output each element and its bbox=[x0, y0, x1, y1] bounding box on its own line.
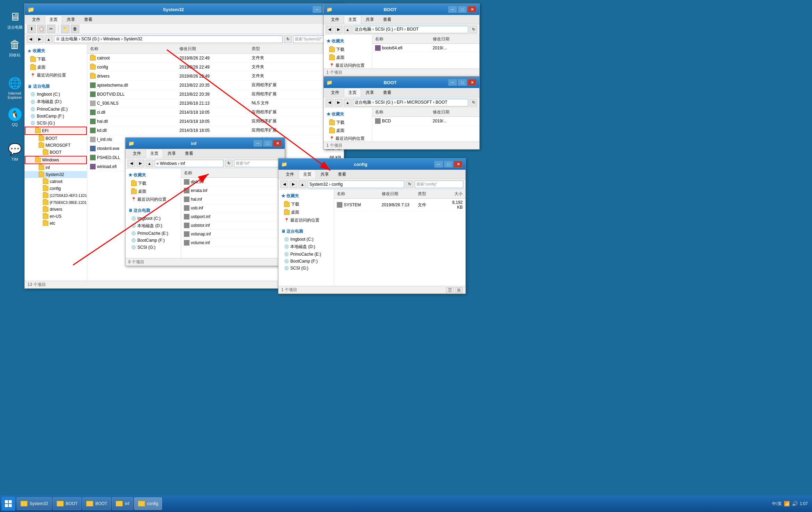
refresh-btn[interactable]: ↻ bbox=[470, 26, 477, 33]
sidebar-bootcamp[interactable]: 💿 BootCamp (F:) bbox=[278, 258, 334, 265]
ribbon-btn-4[interactable]: 📁 bbox=[61, 25, 70, 33]
tab-home[interactable]: 主页 bbox=[45, 15, 62, 24]
sidebar-bootcamp[interactable]: 💿 BootCamp (F:) bbox=[125, 237, 181, 244]
col-type-header[interactable]: 类型 bbox=[250, 45, 305, 53]
col-size[interactable]: 大小 bbox=[445, 190, 464, 198]
sidebar-desktop[interactable]: 桌面 bbox=[324, 127, 372, 135]
taskbar-item-system32[interactable]: System32 bbox=[17, 497, 52, 510]
tab-share[interactable]: 共享 bbox=[361, 15, 379, 24]
taskbar-item-config[interactable]: config bbox=[134, 497, 162, 510]
file-row[interactable]: disk.inf bbox=[181, 178, 285, 186]
back-btn[interactable]: ◀ bbox=[128, 160, 135, 167]
desktop-icon-tim[interactable]: 💬 TIM bbox=[3, 143, 26, 161]
config-window[interactable]: 📁 config ─ □ ✕ 文件 主页 共享 查看 ◀ ▶ ▲ System3… bbox=[278, 158, 466, 294]
sidebar-windows[interactable]: Windows bbox=[25, 156, 87, 164]
maximize-btn[interactable]: □ bbox=[458, 79, 467, 86]
config-controls[interactable]: ─ □ ✕ bbox=[434, 161, 463, 168]
col-name[interactable]: 名称 bbox=[374, 35, 431, 43]
file-row[interactable]: SYSTEM 2019/8/26 7:13 文件 8,192 KB bbox=[334, 199, 465, 211]
address-input[interactable]: 这台电脑 › SCSI (G:) › EFI › MICROSOFT › BOO… bbox=[353, 99, 468, 106]
file-row[interactable]: hal.inf bbox=[181, 195, 285, 204]
col-date[interactable]: 修改日期 bbox=[380, 190, 417, 198]
sidebar-download[interactable]: 下载 bbox=[278, 200, 334, 208]
close-btn[interactable]: ✕ bbox=[273, 140, 282, 147]
sidebar-download[interactable]: 下载 bbox=[324, 119, 372, 127]
file-row[interactable]: usbstor.inf bbox=[181, 221, 285, 230]
search-box[interactable]: 搜索"config" bbox=[415, 181, 463, 188]
minimize-btn[interactable]: ─ bbox=[448, 79, 457, 86]
file-row[interactable]: apisetschema.dll 2013/8/22 20:35 应用程序扩展 … bbox=[87, 81, 344, 90]
boot-top-controls[interactable]: ─ □ ✕ bbox=[448, 6, 477, 13]
file-row[interactable]: volsnap.inf bbox=[181, 230, 285, 239]
sidebar-scsi[interactable]: 💿 SCSI (G:) bbox=[125, 244, 181, 251]
tab-share[interactable]: 共享 bbox=[62, 15, 80, 24]
tab-file[interactable]: 文件 bbox=[281, 170, 299, 179]
sidebar-system32[interactable]: System32 bbox=[25, 171, 87, 178]
file-row[interactable]: BCD 2019/... bbox=[372, 117, 479, 126]
minimize-btn[interactable]: ─ bbox=[312, 6, 322, 13]
file-row[interactable]: bootx64.efi 2019/... bbox=[372, 44, 479, 53]
col-name[interactable]: 名称 bbox=[374, 109, 431, 116]
back-btn[interactable]: ◀ bbox=[326, 26, 333, 33]
ribbon-btn-1[interactable]: ⬆ bbox=[27, 25, 36, 33]
sidebar-catroot[interactable]: catroot bbox=[25, 178, 87, 185]
sidebar-enus[interactable]: en-US bbox=[25, 213, 87, 220]
forward-btn[interactable]: ▶ bbox=[137, 160, 144, 167]
sidebar-boot2[interactable]: BOOT bbox=[25, 149, 87, 156]
sidebar-desktop[interactable]: 桌面 bbox=[25, 63, 87, 71]
taskbar-item-inf[interactable]: inf bbox=[112, 497, 133, 510]
sidebar-recent[interactable]: 📍 最近访问的位置 bbox=[125, 195, 181, 203]
sidebar-config[interactable]: config bbox=[25, 185, 87, 192]
tab-share[interactable]: 共享 bbox=[361, 88, 379, 97]
tab-home[interactable]: 主页 bbox=[146, 149, 163, 158]
start-button[interactable] bbox=[1, 497, 15, 511]
tab-share[interactable]: 共享 bbox=[163, 149, 180, 158]
tab-home[interactable]: 主页 bbox=[299, 170, 316, 179]
taskbar-item-boot2[interactable]: BOOT bbox=[82, 497, 111, 510]
desktop-icon-ie[interactable]: 🌐 Internet Explorer bbox=[3, 77, 26, 99]
taskbar-item-boot1[interactable]: BOOT bbox=[53, 497, 81, 510]
address-input[interactable]: 这台电脑 › SCSI (G:) › EFI › BOOT bbox=[353, 26, 468, 33]
sidebar-locald[interactable]: 💿 本地磁盘 (D:) bbox=[25, 98, 87, 106]
file-row[interactable]: BOOTVID.DLL 2013/8/22 20:39 应用程序扩展 25 KB bbox=[87, 90, 344, 99]
favorites-section[interactable]: ★ 收藏夹 bbox=[125, 171, 181, 179]
sidebar-imgboot[interactable]: 💿 Imgboot (C:) bbox=[125, 215, 181, 222]
sidebar-download[interactable]: 下载 bbox=[324, 46, 372, 54]
minimize-btn[interactable]: ─ bbox=[434, 161, 443, 168]
tab-view[interactable]: 查看 bbox=[379, 88, 396, 97]
sidebar-locald[interactable]: 💿 本地磁盘 (D:) bbox=[278, 243, 334, 251]
sidebar-primo[interactable]: 💿 PrimoCache (E:) bbox=[125, 230, 181, 237]
up-btn[interactable]: ▲ bbox=[146, 160, 153, 167]
file-row[interactable]: drivers 2019/8/26 22:49 文件夹 bbox=[87, 72, 344, 81]
file-row[interactable]: config 2019/8/26 22:49 文件夹 bbox=[87, 63, 344, 72]
col-date[interactable]: 修改日期 bbox=[431, 109, 478, 116]
boot-bottom-controls[interactable]: ─ □ ✕ bbox=[448, 79, 477, 86]
thispc-section[interactable]: 🖥 这台电脑 bbox=[278, 227, 334, 236]
col-date-header[interactable]: 修改日期 bbox=[178, 45, 250, 53]
boot-bottom-window[interactable]: 📁 BOOT ─ □ ✕ 文件 主页 共享 查看 ◀ ▶ ▲ 这台电脑 › SC… bbox=[323, 77, 480, 150]
sidebar-primo[interactable]: 💿 PrimoCache (E:) bbox=[25, 106, 87, 113]
file-row[interactable]: usbport.inf bbox=[181, 213, 285, 221]
boot-top-window[interactable]: 📁 BOOT ─ □ ✕ 文件 主页 共享 查看 ◀ ▶ ▲ 这台电脑 › SC… bbox=[323, 3, 480, 77]
minimize-btn[interactable]: ─ bbox=[448, 6, 457, 13]
file-row[interactable]: ci.dll 2014/3/18 18:05 应用程序扩展 519 KB bbox=[87, 108, 344, 117]
tab-home[interactable]: 主页 bbox=[344, 15, 361, 24]
ribbon-btn-3[interactable]: ✂ bbox=[47, 25, 55, 33]
address-input[interactable]: 🖥 这台电脑 › SCSI (G:) › Windows › System32 bbox=[54, 35, 283, 43]
desktop-icon-qq[interactable]: 🐧 QQ bbox=[3, 108, 26, 127]
file-row[interactable]: usb.inf bbox=[181, 204, 285, 213]
col-name-header[interactable]: 名称 bbox=[89, 45, 178, 53]
ribbon-btn-5[interactable]: 🗑 bbox=[71, 25, 79, 33]
maximize-btn[interactable]: □ bbox=[458, 6, 467, 13]
thispc-section[interactable]: 🖥 这台电脑 bbox=[125, 206, 181, 215]
back-btn[interactable]: ◀ bbox=[281, 181, 288, 188]
favorites-section[interactable]: ★ 收藏夹 bbox=[324, 110, 372, 119]
sidebar-desktop[interactable]: 桌面 bbox=[324, 54, 372, 62]
sidebar-download[interactable]: 下载 bbox=[125, 179, 181, 187]
sidebar-id2[interactable]: {F750E6C3-38EE-11D1-85E5-00C04FC295I...} bbox=[25, 199, 87, 206]
forward-btn[interactable]: ▶ bbox=[290, 181, 297, 188]
address-input[interactable]: « Windows › inf bbox=[155, 160, 224, 167]
sidebar-drivers[interactable]: drivers bbox=[25, 206, 87, 213]
file-row[interactable]: catroot 2019/8/26 22:49 文件夹 bbox=[87, 54, 344, 63]
view-icon-2[interactable]: ⊞ bbox=[455, 287, 463, 293]
